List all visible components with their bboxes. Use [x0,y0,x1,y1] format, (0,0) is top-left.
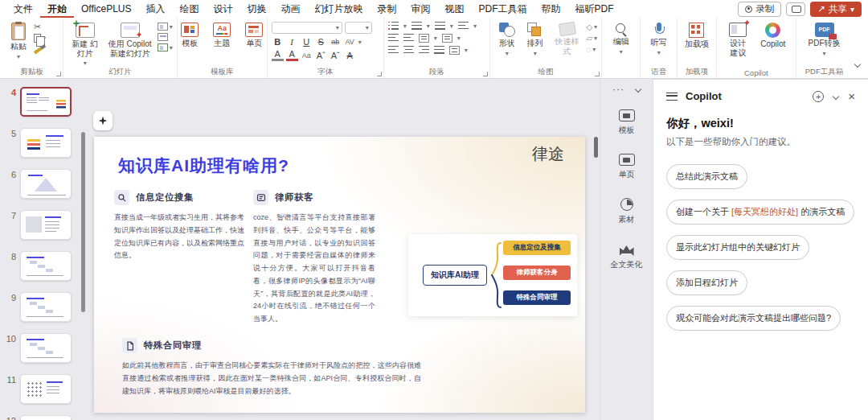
align-center-button[interactable] [403,46,414,55]
italic-button[interactable]: I [286,36,298,47]
slide-preview[interactable] [20,292,72,322]
copilot-suggestion-chip[interactable]: 创建一个关于 [每天冥想的好处] 的演示文稿 [666,200,854,224]
slide[interactable]: 知识库AI助理有啥用? 律途 信息定位搜集 直接当成一年级或者实习生用，其将参考… [94,137,585,413]
slide-thumbnail[interactable]: 7 [5,210,87,240]
dialog-launcher-icon[interactable] [377,72,382,76]
pdf-convert-button[interactable]: PDFPDF转换▾ [806,22,843,58]
numbered-list-button[interactable] [411,22,422,31]
strip-item-assets[interactable]: 素材 [619,198,635,225]
slide-thumbnail[interactable]: 6 [5,169,87,199]
cut-button[interactable]: ✂ [34,23,46,31]
align-left-button[interactable] [388,46,399,55]
copilot-new-slide-button[interactable]: 使用 Copilot 新建幻灯片 [105,22,155,59]
distribute-button[interactable] [449,46,460,55]
addins-button[interactable]: 加载项 [682,22,711,50]
menu-tab[interactable]: 绘图 [172,1,206,18]
slide-thumbnail[interactable]: 4 [5,87,87,117]
close-icon[interactable]: × [848,89,855,103]
share-button[interactable]: ↗共享▾ [810,2,862,17]
theme-button[interactable]: Aa主题 [209,22,235,49]
ai-assistant-button[interactable] [93,111,113,130]
new-slide-button[interactable]: 新建 幻灯片 ▾ [68,22,103,68]
bold-button[interactable]: B [272,36,284,47]
line-spacing-button[interactable] [435,22,445,31]
more-icon[interactable]: ··· [612,84,624,95]
menu-tab[interactable]: 幻灯片放映 [307,1,370,18]
menu-tab[interactable]: PDF工具箱 [471,1,534,18]
slide-thumbnail[interactable]: 8 [5,251,87,281]
font-family-select[interactable]: ▾ [272,22,342,34]
layout-button[interactable]: ▾ [158,23,173,31]
copilot-suggestion-chip[interactable]: 添加日程幻灯片 [666,270,747,295]
subscript-button[interactable]: ab [330,36,342,47]
slide-thumbnail[interactable]: 9 [5,292,87,322]
shape-outline-button[interactable]: ▱▾ [586,34,597,43]
menu-tab[interactable]: OfficePLUS [74,2,138,16]
shapes-button[interactable]: 形状▾ [494,22,520,58]
increase-indent-button[interactable] [403,34,414,43]
slide-preview[interactable] [20,210,72,240]
single-page-button[interactable]: 单页 [241,22,267,49]
copilot-suggestion-chip[interactable]: 观众可能会对此演示文稿提出哪些问题? [666,306,841,331]
dictate-button[interactable]: 听写▾ [646,22,672,57]
clear-format-button[interactable]: A [344,50,356,61]
menu-tab[interactable]: 设计 [206,1,240,18]
text-direction-button[interactable] [442,34,452,43]
menu-icon[interactable] [666,93,678,101]
arrange-button[interactable]: 排列▾ [522,22,548,58]
slide-preview[interactable] [20,87,72,117]
slide-preview[interactable] [20,333,72,363]
reset-slide-button[interactable] [158,33,173,41]
slide-thumbnail[interactable]: 12 [5,415,87,420]
slide-thumbnail[interactable]: 11 [5,374,87,404]
paste-button[interactable]: 粘贴 ▾ [6,22,31,61]
align-right-button[interactable] [419,46,429,55]
columns-button[interactable] [419,34,429,43]
change-case-button[interactable]: Aa [301,50,313,61]
strikethrough-button[interactable]: S [315,36,327,47]
shrink-font-button[interactable]: Aˇ [330,50,342,61]
editing-button[interactable]: 编辑▾ [608,22,634,56]
highlight-button[interactable]: A [272,50,284,61]
dialog-launcher-icon[interactable] [56,72,61,76]
chevron-down-icon[interactable] [635,86,641,93]
design-ideas-button[interactable]: 设计建议 [724,22,751,58]
strip-item-beautify[interactable]: 全文美化 [611,243,643,270]
char-spacing-button[interactable]: AV [344,36,356,47]
thumbnail-scrollbar[interactable] [81,132,85,312]
menu-tab[interactable]: 文件 [6,1,40,18]
menu-tab[interactable]: 审阅 [403,1,437,18]
section-button[interactable]: ▾ [158,43,173,51]
decrease-indent-button[interactable] [388,34,399,43]
menu-tab[interactable]: 开始 [40,1,74,18]
record-button[interactable]: 录制 [738,2,781,17]
justify-button[interactable] [434,46,444,55]
font-size-select[interactable]: ▾ [345,22,372,34]
comments-button[interactable] [786,2,805,16]
slide-preview[interactable] [20,251,72,281]
underline-button[interactable]: U [301,36,313,47]
menu-tab[interactable]: 视图 [437,1,471,18]
canvas-scrollbar[interactable] [594,137,598,158]
chevron-down-icon[interactable] [833,93,839,99]
menu-tab[interactable]: 切换 [240,1,273,18]
quick-styles-button[interactable]: 快速样式 [551,22,584,56]
slide-preview[interactable] [20,169,72,199]
new-chat-icon[interactable]: + [813,91,824,102]
menu-tab[interactable]: 录制 [370,1,403,18]
copy-button[interactable]: ▾ [34,34,46,43]
menu-tab[interactable]: 福昕PDF [567,1,620,18]
shape-effects-button[interactable]: ◌▾ [586,45,597,54]
strip-item-template[interactable]: 模板 [619,109,635,136]
strip-item-single-page[interactable]: 单页 [619,154,635,180]
slide-preview[interactable] [20,374,72,404]
dialog-launcher-icon[interactable] [483,72,488,76]
slide-preview[interactable] [20,128,72,158]
sort-button[interactable] [458,22,469,31]
dialog-launcher-icon[interactable] [595,72,600,76]
bullet-list-button[interactable] [388,22,399,31]
copilot-button[interactable]: Copilot [758,22,788,50]
menu-tab[interactable]: 插入 [138,1,172,18]
slide-thumbnail[interactable]: 10 [5,333,87,363]
slide-preview[interactable] [20,415,72,420]
